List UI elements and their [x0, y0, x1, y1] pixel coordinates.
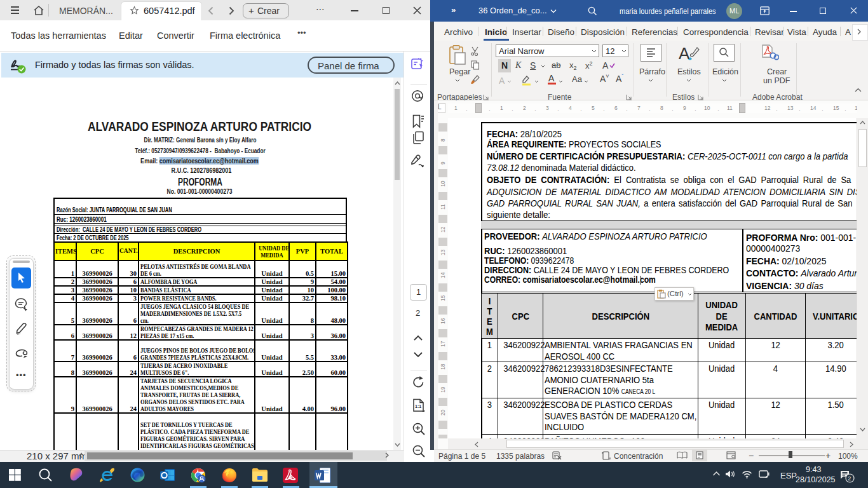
- svg-text:1:1: 1:1: [415, 404, 421, 409]
- svg-text:2: 2: [848, 475, 851, 482]
